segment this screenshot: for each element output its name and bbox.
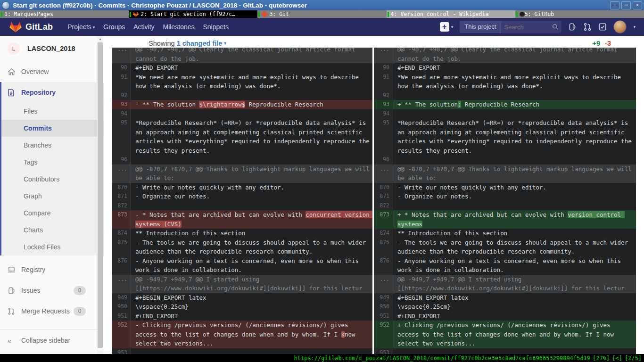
- diff-row: 951#+END_EXPORT: [112, 312, 372, 321]
- line-number[interactable]: 871: [112, 192, 131, 201]
- browser-tab-5[interactable]: 5: GitHub: [515, 10, 644, 18]
- line-number[interactable]: 952: [112, 321, 131, 348]
- line-number[interactable]: 953: [112, 348, 131, 354]
- diff-row: 96: [374, 155, 636, 165]
- line-number[interactable]: 950: [374, 302, 393, 312]
- scrollbar-thumb[interactable]: [98, 42, 103, 348]
- diff-line-content: - Organize our notes.: [393, 192, 636, 201]
- line-number[interactable]: 95: [112, 118, 131, 155]
- line-number[interactable]: 94: [112, 109, 131, 119]
- nav-link-snippets[interactable]: Snippets: [203, 23, 229, 31]
- line-number[interactable]: 953: [374, 348, 393, 354]
- sidebar-item-contributors[interactable]: Contributors: [1, 171, 104, 188]
- diff-line-content: *We need are more systematic and more ex…: [393, 73, 636, 91]
- collapse-sidebar-button[interactable]: « Collapse sidebar: [0, 329, 103, 351]
- nav-link-projects[interactable]: Projects▾: [67, 23, 95, 31]
- sidebar-item-graph[interactable]: Graph: [1, 188, 104, 205]
- diff-row: 953: [374, 348, 636, 354]
- line-number[interactable]: 870: [374, 183, 393, 192]
- nav-link-groups[interactable]: Groups: [103, 23, 125, 31]
- nav-link-milestones[interactable]: Milestones: [163, 23, 195, 31]
- line-number[interactable]: 93: [112, 100, 131, 109]
- line-number[interactable]: 95: [374, 118, 393, 155]
- line-number[interactable]: 950: [112, 302, 131, 312]
- user-avatar[interactable]: [613, 20, 627, 33]
- line-number[interactable]: 876: [112, 256, 131, 275]
- line-number[interactable]: 94: [374, 109, 393, 119]
- line-number[interactable]: 92: [112, 91, 131, 100]
- line-number[interactable]: 874: [374, 229, 393, 238]
- line-number[interactable]: 876: [374, 256, 393, 275]
- line-number[interactable]: 873: [112, 210, 131, 229]
- line-number[interactable]: 875: [112, 238, 131, 256]
- line-number[interactable]: 875: [374, 238, 393, 256]
- issues-icon[interactable]: [568, 23, 577, 31]
- sidebar-item-merge-requests[interactable]: Merge Requests0: [0, 301, 104, 321]
- line-number[interactable]: 874: [112, 229, 131, 238]
- line-number[interactable]: 873: [374, 210, 393, 229]
- line-number: ...: [374, 275, 393, 293]
- sidebar-item-issues[interactable]: Issues0: [0, 280, 104, 301]
- line-number[interactable]: 951: [112, 312, 131, 321]
- issues-icon: [8, 287, 16, 295]
- diff-line-content: - Anyone working on a text is concerned,…: [131, 256, 372, 275]
- search-group: This project: [460, 21, 561, 33]
- line-number[interactable]: 872: [112, 201, 131, 211]
- project-header[interactable]: L LASCON_2018: [0, 36, 104, 61]
- qutebrowser-logo-icon: [2, 1, 10, 9]
- chevron-down-icon: ▾: [93, 25, 95, 30]
- browser-tab-4[interactable]: 4: Version control - Wikipedia: [387, 10, 515, 18]
- sidebar-item-tags[interactable]: Tags: [1, 154, 104, 171]
- line-number[interactable]: 90: [112, 63, 131, 73]
- sidebar-item-registry[interactable]: Registry: [0, 259, 104, 280]
- line-number[interactable]: 93: [374, 100, 393, 109]
- sidebar-item-locked-files[interactable]: Locked Files: [1, 239, 104, 255]
- sidebar-item-charts[interactable]: Charts: [1, 222, 104, 239]
- line-number[interactable]: 91: [374, 73, 393, 91]
- collapse-label: Collapse sidebar: [21, 337, 70, 344]
- line-number[interactable]: 90: [374, 63, 393, 73]
- diff-row: 870- Write our notes quickly with any ed…: [374, 183, 636, 192]
- line-number[interactable]: 96: [112, 155, 131, 165]
- line-number[interactable]: 949: [374, 293, 393, 303]
- line-number[interactable]: 92: [374, 91, 393, 100]
- minimize-button[interactable]: –: [610, 1, 619, 9]
- sidebar-scrollbar[interactable]: ▲: [97, 36, 103, 354]
- line-number[interactable]: 871: [374, 192, 393, 201]
- browser-tab-2[interactable]: 2: Start git section (ff927c…: [129, 10, 257, 18]
- diff-line-content: - The tools we are going to discuss shou…: [131, 238, 372, 256]
- maximize-button[interactable]: ❐: [621, 1, 631, 9]
- search-scope-chip[interactable]: This project: [460, 21, 501, 33]
- line-number[interactable]: 951: [374, 312, 393, 321]
- sidebar-item-label: Files: [24, 107, 38, 115]
- scrollbar-up-arrow-icon[interactable]: ▲: [97, 36, 103, 42]
- line-number[interactable]: 949: [112, 293, 131, 303]
- sidebar-item-commits[interactable]: Commits: [1, 120, 104, 137]
- count-badge: 0: [74, 307, 86, 316]
- close-button[interactable]: ✕: [633, 1, 642, 9]
- merge-request-icon[interactable]: [583, 23, 592, 31]
- sidebar-item-branches[interactable]: Branches: [1, 137, 104, 154]
- search-input[interactable]: [501, 24, 552, 31]
- sidebar-item-overview[interactable]: Overview: [0, 61, 104, 82]
- sidebar-item-compare[interactable]: Compare: [1, 205, 104, 222]
- line-number[interactable]: 872: [374, 201, 393, 211]
- line-number[interactable]: 952: [374, 321, 393, 348]
- diff-row: 94: [112, 109, 372, 119]
- browser-tab-3[interactable]: 3: Git: [257, 10, 386, 18]
- line-number[interactable]: 96: [374, 155, 393, 165]
- changed-files-dropdown[interactable]: 1 changed file▼: [177, 40, 228, 47]
- nav-link-activity[interactable]: Activity: [133, 23, 154, 31]
- diff-line-content: + ** The solution: Reproducible Research: [393, 100, 636, 109]
- browser-tab-1[interactable]: 1: MarquesPages: [0, 10, 129, 18]
- todo-check-icon[interactable]: [598, 23, 607, 31]
- line-number[interactable]: 870: [112, 183, 131, 192]
- new-menu-button[interactable]: + ▾: [440, 22, 454, 32]
- sidebar-item-label: Registry: [21, 266, 45, 273]
- sidebar-item-files[interactable]: Files: [1, 103, 104, 120]
- line-number[interactable]: 91: [112, 73, 131, 91]
- sidebar-item-repository[interactable]: Repository: [1, 82, 104, 103]
- sidebar-item-label: Tags: [24, 158, 38, 166]
- diff-row: 871- Organize our notes.: [374, 192, 636, 201]
- gitlab-brand[interactable]: GitLab: [25, 22, 53, 32]
